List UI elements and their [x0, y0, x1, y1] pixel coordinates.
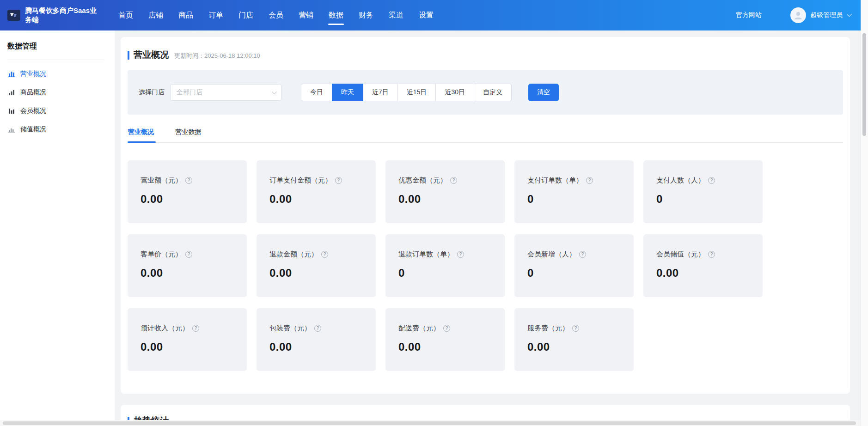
sidebar-divider: [7, 60, 104, 60]
stat-value: 0.00: [269, 341, 367, 353]
sidebar: 数据管理 营业概况 商品概况: [0, 30, 115, 426]
date-range-group: 今日 昨天 近7日 近15日 近30日 自定义: [301, 84, 512, 101]
stat-card-refund-orders: 退款订单数（单）? 0: [385, 234, 505, 297]
help-icon[interactable]: ?: [443, 325, 450, 332]
help-icon[interactable]: ?: [450, 177, 457, 184]
stat-value: 0.00: [527, 341, 624, 353]
nav-item-finance[interactable]: 财务: [359, 0, 373, 30]
range-button-last15[interactable]: 近15日: [397, 84, 436, 101]
stat-card-delivery-fee: 配送费（元）? 0.00: [385, 308, 505, 371]
top-navbar: 腾马餐饮多商户Saas业务端 首页 店铺 商品 订单 门店 会员 营销 数据 财…: [0, 0, 861, 30]
vertical-scrollbar-thumb[interactable]: [862, 33, 866, 136]
sidebar-item-label: 会员概况: [20, 107, 46, 115]
horizontal-scrollbar-thumb[interactable]: [3, 421, 856, 425]
nav-item-orders[interactable]: 订单: [208, 0, 223, 30]
nav-item-channels[interactable]: 渠道: [389, 0, 403, 30]
range-button-yesterday[interactable]: 昨天: [332, 84, 363, 101]
brand[interactable]: 腾马餐饮多商户Saas业务端: [7, 6, 108, 24]
store-select-label: 选择门店: [139, 88, 165, 97]
clear-button[interactable]: 清空: [528, 84, 559, 101]
user-name: 超级管理员: [810, 11, 843, 19]
store-select-placeholder: 全部门店: [177, 88, 272, 97]
stat-label: 客单价（元）: [141, 250, 182, 259]
stat-card-paid-orders: 支付订单数（单）? 0: [514, 160, 634, 223]
help-icon[interactable]: ?: [708, 177, 715, 184]
stat-value: 0: [656, 193, 753, 206]
sidebar-item-stored-value-overview[interactable]: 储值概况: [0, 120, 115, 139]
store-select[interactable]: 全部门店: [171, 84, 281, 101]
stat-value: 0.00: [269, 267, 367, 280]
help-icon[interactable]: ?: [335, 177, 342, 184]
stat-card-refund-amount: 退款金额（元）? 0.00: [257, 234, 376, 297]
stat-label: 服务费（元）: [527, 324, 569, 333]
brand-logo-icon: [7, 10, 20, 21]
chevron-down-icon: [272, 89, 277, 94]
official-website-link[interactable]: 官方网站: [736, 11, 762, 19]
main-nav: 首页 店铺 商品 订单 门店 会员 营销 数据 财务 渠道 设置: [118, 0, 434, 30]
sidebar-item-business-overview[interactable]: 营业概况: [0, 65, 115, 83]
nav-item-settings[interactable]: 设置: [419, 0, 434, 30]
nav-item-marketing[interactable]: 营销: [299, 0, 313, 30]
bar-chart-icon: [8, 71, 16, 77]
stat-card-order-paid-amount: 订单支付金额（元）? 0.00: [257, 160, 376, 223]
stat-value: 0.00: [141, 193, 238, 206]
help-icon[interactable]: ?: [708, 251, 715, 258]
bar-chart-icon: [8, 89, 16, 96]
stat-value: 0: [398, 267, 495, 280]
sidebar-menu: 营业概况 商品概况 会员概况: [0, 65, 115, 139]
stat-label: 支付人数（人）: [656, 176, 705, 185]
sidebar-item-goods-overview[interactable]: 商品概况: [0, 83, 115, 102]
stat-card-revenue: 营业额（元）? 0.00: [128, 160, 247, 223]
range-button-custom[interactable]: 自定义: [474, 84, 512, 101]
sidebar-item-member-overview[interactable]: 会员概况: [0, 102, 115, 120]
update-time: 更新时间：2025-06-18 12:00:10: [174, 52, 260, 60]
stat-label: 预计收入（元）: [141, 324, 189, 333]
stat-card-service-fee: 服务费（元）? 0.00: [514, 308, 634, 371]
help-icon[interactable]: ?: [192, 325, 199, 332]
nav-item-shop[interactable]: 店铺: [148, 0, 163, 30]
nav-item-stores[interactable]: 门店: [238, 0, 253, 30]
help-icon[interactable]: ?: [457, 251, 464, 258]
nav-item-data[interactable]: 数据: [329, 0, 343, 30]
range-button-today[interactable]: 今日: [301, 84, 332, 101]
stat-value: 0.00: [141, 341, 238, 353]
help-icon[interactable]: ?: [185, 251, 192, 258]
help-icon[interactable]: ?: [579, 251, 586, 258]
nav-item-goods[interactable]: 商品: [178, 0, 193, 30]
tab-business-data[interactable]: 营业数据: [175, 128, 201, 142]
range-button-last30[interactable]: 近30日: [435, 84, 474, 101]
stat-card-discount-amount: 优惠金额（元）? 0.00: [385, 160, 505, 223]
help-icon[interactable]: ?: [314, 325, 321, 332]
stat-label: 配送费（元）: [398, 324, 440, 333]
stat-value: 0.00: [269, 193, 367, 206]
stat-cards-grid: 营业额（元）? 0.00 订单支付金额（元）? 0.00 优惠金额（元）? 0.…: [128, 160, 843, 371]
nav-item-members[interactable]: 会员: [269, 0, 283, 30]
range-button-last7[interactable]: 近7日: [363, 84, 398, 101]
brand-title: 腾马餐饮多商户Saas业务端: [25, 6, 103, 24]
help-icon[interactable]: ?: [321, 251, 328, 258]
stat-value: 0: [527, 267, 624, 280]
stat-card-avg-order-value: 客单价（元）? 0.00: [128, 234, 247, 297]
overview-title: 营业概况: [134, 49, 169, 61]
horizontal-scrollbar-track: [0, 420, 861, 426]
stat-value: 0.00: [398, 341, 495, 353]
business-overview-panel: 营业概况 更新时间：2025-06-18 12:00:10 选择门店 全部门店 …: [121, 37, 850, 394]
stat-value: 0.00: [141, 267, 238, 280]
overview-header: 营业概况 更新时间：2025-06-18 12:00:10: [128, 49, 843, 61]
stat-label: 退款订单数（单）: [398, 250, 454, 259]
sidebar-item-label: 商品概况: [20, 88, 46, 97]
help-icon[interactable]: ?: [185, 177, 192, 184]
help-icon[interactable]: ?: [572, 325, 579, 332]
stat-card-new-members: 会员新增（人）? 0: [514, 234, 634, 297]
tab-business-overview[interactable]: 营业概况: [128, 128, 154, 142]
main-content: 营业概况 更新时间：2025-06-18 12:00:10 选择门店 全部门店 …: [121, 37, 850, 426]
update-time-value: 2025-06-18 12:00:10: [204, 52, 260, 59]
help-icon[interactable]: ?: [586, 177, 593, 184]
stat-value: 0.00: [398, 193, 495, 206]
user-menu[interactable]: 超级管理员: [790, 7, 850, 23]
nav-item-home[interactable]: 首页: [118, 0, 133, 30]
sidebar-item-label: 储值概况: [20, 125, 46, 134]
stat-card-expected-income: 预计收入（元）? 0.00: [128, 308, 247, 371]
navbar-right: 官方网站 超级管理员: [736, 7, 850, 23]
bar-chart-icon: [8, 126, 16, 133]
